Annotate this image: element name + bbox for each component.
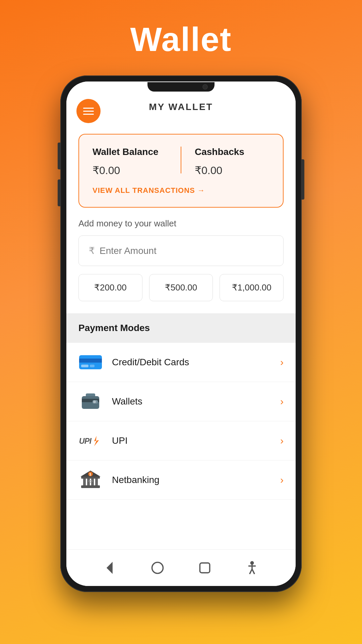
payment-item-wallets[interactable]: Wallets › xyxy=(66,382,296,421)
add-money-section: Add money to your wallet ₹ ₹200.00 ₹500.… xyxy=(66,218,296,301)
nav-home-button[interactable] xyxy=(147,558,168,578)
phone-screen: MY WALLET Wallet Balance ₹0.00 Cashbacks… xyxy=(66,82,296,586)
wallet-balance-label: Wallet Balance xyxy=(93,147,167,157)
bank-icon: $ xyxy=(78,471,103,489)
svg-rect-12 xyxy=(87,478,90,485)
preset-amounts: ₹200.00 ₹500.00 ₹1,000.00 xyxy=(78,274,284,301)
svg-rect-14 xyxy=(95,478,98,485)
wallet-balance-section: Wallet Balance ₹0.00 xyxy=(93,147,167,177)
netbanking-chevron: › xyxy=(280,474,284,486)
payment-modes-header: Payment Modes xyxy=(66,313,296,343)
balance-divider xyxy=(181,147,181,173)
cashbacks-section: Cashbacks ₹0.00 xyxy=(195,147,269,177)
phone-button-left-2 xyxy=(58,179,60,206)
amount-input-wrapper[interactable]: ₹ xyxy=(78,235,284,266)
hamburger-line-2 xyxy=(83,111,94,112)
svg-rect-10 xyxy=(81,485,100,488)
svg-text:UPI: UPI xyxy=(79,437,92,445)
svg-line-26 xyxy=(252,569,254,574)
rupee-symbol: ₹ xyxy=(89,245,95,256)
svg-line-25 xyxy=(249,569,252,574)
upi-icon: UPI xyxy=(78,432,103,449)
phone-notch xyxy=(147,82,215,92)
scroll-content[interactable]: Wallet Balance ₹0.00 Cashbacks ₹0.00 VIE… xyxy=(66,120,296,549)
add-money-label: Add money to your wallet xyxy=(78,218,284,229)
hamburger-line-3 xyxy=(83,114,94,115)
nav-accessibility-button[interactable] xyxy=(242,558,262,578)
svg-marker-9 xyxy=(94,436,99,446)
svg-rect-15 xyxy=(81,477,100,479)
phone-camera xyxy=(202,84,208,90)
wallets-label: Wallets xyxy=(112,396,280,407)
bottom-spacer xyxy=(66,500,296,510)
header-title: MY WALLET xyxy=(149,102,213,112)
amount-input[interactable] xyxy=(100,246,273,256)
wallets-chevron: › xyxy=(280,396,284,407)
hamburger-icon xyxy=(83,108,94,115)
svg-rect-13 xyxy=(91,478,94,485)
svg-rect-21 xyxy=(200,563,209,573)
svg-marker-19 xyxy=(107,563,112,573)
preset-200-button[interactable]: ₹200.00 xyxy=(78,274,142,301)
nav-back-button[interactable] xyxy=(100,558,120,578)
payment-item-cards[interactable]: Credit/Debit Cards › xyxy=(66,343,296,382)
card-icon xyxy=(78,354,103,371)
preset-500-button[interactable]: ₹500.00 xyxy=(149,274,213,301)
cashbacks-label: Cashbacks xyxy=(195,147,269,157)
balance-row: Wallet Balance ₹0.00 Cashbacks ₹0.00 xyxy=(93,147,269,177)
svg-rect-3 xyxy=(90,365,95,367)
svg-rect-2 xyxy=(81,365,88,367)
cards-label: Credit/Debit Cards xyxy=(112,357,280,368)
payment-modes-section: Payment Modes Credit/Debit Cards › xyxy=(66,313,296,500)
upi-chevron: › xyxy=(280,435,284,446)
svg-text:$: $ xyxy=(89,473,92,476)
view-transactions-link[interactable]: VIEW ALL TRANSACTIONS → xyxy=(93,186,269,195)
svg-point-20 xyxy=(152,562,163,574)
menu-button[interactable] xyxy=(76,99,101,123)
svg-point-22 xyxy=(251,562,253,564)
hamburger-line-1 xyxy=(83,108,94,109)
page-title: Wallet xyxy=(130,20,232,59)
wallet-icon xyxy=(78,393,103,410)
bottom-nav xyxy=(66,549,296,586)
wallet-balance-amount: ₹0.00 xyxy=(93,164,167,177)
phone-frame: MY WALLET Wallet Balance ₹0.00 Cashbacks… xyxy=(60,75,302,592)
cards-chevron: › xyxy=(280,357,284,368)
cashbacks-amount: ₹0.00 xyxy=(195,164,269,177)
preset-1000-button[interactable]: ₹1,000.00 xyxy=(220,274,284,301)
svg-rect-1 xyxy=(79,359,102,363)
upi-label: UPI xyxy=(112,435,280,446)
nav-recent-button[interactable] xyxy=(195,558,215,578)
phone-button-left-1 xyxy=(58,143,60,169)
payment-item-upi[interactable]: UPI UPI › xyxy=(66,421,296,461)
payment-item-netbanking[interactable]: $ Netbanking › xyxy=(66,461,296,500)
balance-card: Wallet Balance ₹0.00 Cashbacks ₹0.00 VIE… xyxy=(78,134,284,208)
svg-point-7 xyxy=(93,400,96,403)
phone-button-right xyxy=(302,159,304,200)
netbanking-label: Netbanking xyxy=(112,475,280,485)
svg-rect-11 xyxy=(83,478,86,485)
